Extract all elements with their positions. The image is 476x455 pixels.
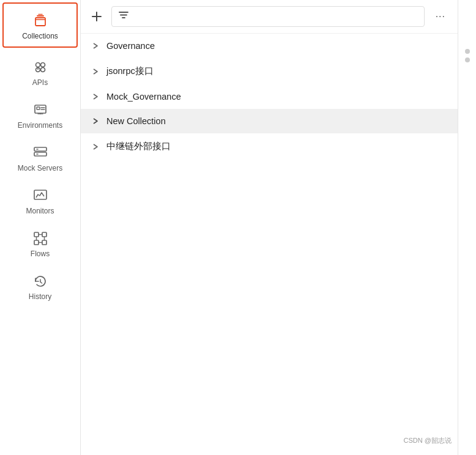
sidebar-item-environments-label: Environments [18,121,62,130]
environments-icon [32,102,49,119]
collection-item-governance[interactable]: Governance [81,34,458,58]
watermark: CSDN @韶志说 [404,436,452,445]
search-bar [111,6,425,27]
collection-item-jsonrpc[interactable]: jsonrpc接口 [81,58,458,84]
sidebar-item-monitors-label: Monitors [26,207,54,215]
svg-rect-9 [37,107,40,109]
collection-list: Governance jsonrpc接口 Mock_Governance [81,34,458,455]
sidebar: Collections APIs Environm [0,0,81,455]
svg-point-3 [35,63,40,67]
search-input[interactable] [134,12,418,21]
sidebar-item-history-label: History [29,292,51,301]
right-panel [458,0,476,455]
svg-rect-14 [34,147,46,151]
svg-point-4 [40,68,45,72]
sidebar-item-flows-label: Flows [31,250,50,258]
collection-name: 中继链外部接口 [106,141,171,152]
sidebar-item-collections[interactable]: Collections [2,2,78,48]
collection-item-relay-chain[interactable]: 中继链外部接口 [81,133,458,160]
sidebar-item-mock-servers-label: Mock Servers [18,164,62,172]
more-options-button[interactable]: ··· [431,9,450,24]
collection-name: jsonrpc接口 [106,65,154,77]
collection-item-new-collection[interactable]: New Collection [81,109,458,133]
right-panel-indicator [465,57,470,62]
apis-icon [32,59,49,76]
add-collection-button[interactable] [88,8,105,25]
chevron-icon [91,68,100,75]
filter-icon [118,10,129,23]
collections-icon [32,12,49,29]
right-panel-indicator [465,49,470,54]
svg-rect-0 [35,18,45,26]
main-content: ··· Governance jsonrpc接口 [81,0,458,455]
history-icon [32,273,49,290]
collection-item-mock-governance[interactable]: Mock_Governance [81,84,458,109]
collection-name: Governance [106,41,155,51]
svg-point-5 [40,63,45,67]
svg-rect-21 [34,240,39,245]
sidebar-item-collections-label: Collections [22,32,58,40]
sidebar-item-monitors[interactable]: Monitors [0,179,80,221]
svg-rect-22 [42,240,46,245]
flows-icon [32,230,49,247]
svg-rect-15 [34,152,46,156]
top-bar: ··· [81,0,458,34]
chevron-icon [91,117,100,125]
chevron-icon [91,93,100,100]
collection-name: Mock_Governance [106,92,181,102]
monitors-icon [32,187,49,204]
svg-line-28 [40,282,42,283]
chevron-icon [91,42,100,50]
svg-rect-19 [34,232,39,237]
chevron-icon [91,143,100,150]
mock-servers-icon [32,144,49,161]
collection-name: New Collection [106,116,166,126]
sidebar-item-apis[interactable]: APIs [0,50,80,93]
sidebar-item-flows[interactable]: Flows [0,221,80,264]
sidebar-item-environments[interactable]: Environments [0,93,80,136]
svg-rect-20 [42,232,46,237]
sidebar-item-history[interactable]: History [0,264,80,307]
sidebar-item-mock-servers[interactable]: Mock Servers [0,136,80,179]
sidebar-item-apis-label: APIs [32,78,48,87]
